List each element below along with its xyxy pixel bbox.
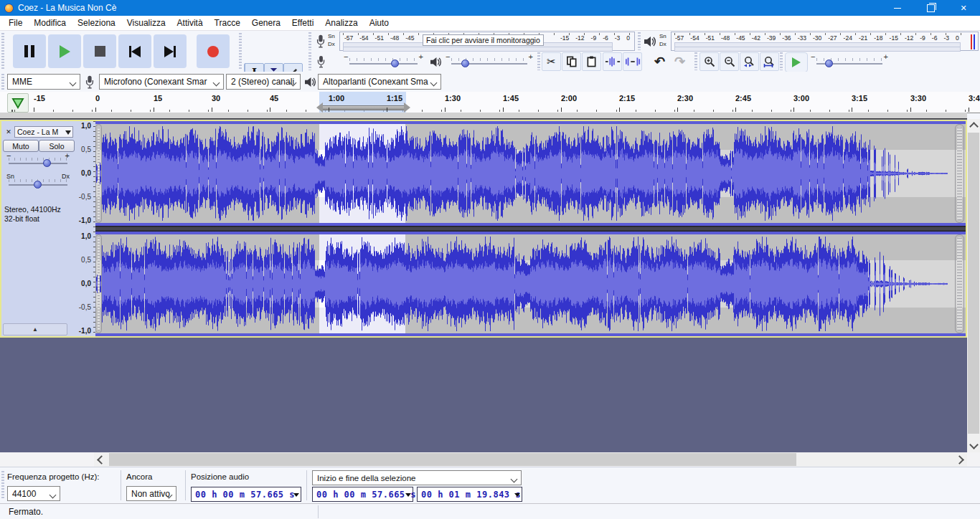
scroll-up-button[interactable]	[967, 119, 980, 132]
waveform-channel-right[interactable]	[95, 232, 966, 336]
scrub-strip[interactable]	[0, 113, 967, 119]
skip-to-end-button[interactable]	[154, 34, 187, 68]
channel-separator[interactable]	[95, 226, 966, 232]
record-button[interactable]	[197, 34, 230, 68]
scroll-down-button[interactable]	[967, 439, 980, 452]
menu-effetti[interactable]: Effetti	[286, 16, 319, 31]
zoom-selection-button[interactable]	[740, 52, 759, 71]
audio-host-value: MME	[12, 77, 32, 87]
menu-tracce[interactable]: Tracce	[209, 16, 246, 31]
waveform-channel-left[interactable]	[95, 121, 966, 226]
track-pan-slider[interactable]: Sn Dx	[3, 174, 73, 193]
scroll-right-button[interactable]	[954, 452, 967, 467]
menu-file[interactable]: File	[3, 16, 28, 31]
mixer-toolbar-grip[interactable]	[308, 52, 311, 70]
play-volume-thumb[interactable]	[461, 59, 469, 67]
trim-audio-button[interactable]	[603, 52, 622, 71]
snap-select[interactable]: Non attivo	[126, 486, 176, 501]
meter-scale-label: -54	[359, 34, 368, 42]
clip-right-handle[interactable]	[955, 234, 964, 333]
horizontal-scrollbar-thumb[interactable]	[109, 453, 796, 466]
track-name-menu[interactable]: Coez - La M	[14, 126, 73, 138]
track-area[interactable]: ✕ Coez - La M Muto Solo − + Sn Dx Stereo…	[0, 119, 980, 452]
stop-button[interactable]	[83, 34, 116, 68]
redo-button[interactable]: ↷	[670, 52, 689, 71]
zoom-in-button[interactable]	[699, 52, 719, 71]
record-volume-slider[interactable]: − +	[342, 52, 425, 70]
skip-to-start-button[interactable]	[118, 34, 151, 68]
solo-button[interactable]: Solo	[39, 140, 75, 152]
clip-right-handle[interactable]	[955, 124, 964, 223]
menu-modifica[interactable]: Modifica	[28, 16, 72, 31]
track-gain-slider[interactable]: − +	[3, 153, 73, 171]
record-meter-grip[interactable]	[308, 32, 311, 50]
transcription-toolbar-grip[interactable]	[780, 52, 783, 70]
record-meter-body[interactable]: -57-54-51-48-45 -15-12-9-6-30 Fai clic p…	[339, 32, 635, 51]
monitoring-tooltip[interactable]: Fai clic per avviare il monitoraggio	[423, 34, 544, 46]
timeline-ruler[interactable]: -1501530451:001:151:301:452:002:152:302:…	[0, 92, 980, 113]
minimize-button[interactable]	[881, 0, 914, 16]
play-volume-slider[interactable]: − +	[444, 52, 534, 70]
play-at-speed-button[interactable]	[785, 52, 808, 72]
vertical-scrollbar[interactable]	[967, 119, 980, 452]
tools-toolbar-grip[interactable]	[239, 33, 242, 70]
zoom-toolbar-grip[interactable]	[694, 52, 697, 70]
menu-aiuto[interactable]: Aiuto	[364, 16, 395, 31]
audio-host-select[interactable]: MME	[7, 74, 80, 90]
menu-visualizza[interactable]: Visualizza	[121, 16, 171, 31]
horizontal-scrollbar[interactable]	[94, 452, 967, 467]
output-device-select[interactable]: Altoparlanti (Conexant Sma	[318, 74, 441, 90]
audio-track[interactable]: ✕ Coez - La M Muto Solo − + Sn Dx Stereo…	[0, 120, 967, 338]
waveform-area[interactable]	[95, 121, 966, 336]
selection-toolbar-grip[interactable]	[1, 471, 4, 500]
project-rate-select[interactable]: 44100	[7, 486, 60, 501]
ruler-scale[interactable]: -1501530451:001:151:301:452:002:152:302:…	[0, 92, 980, 113]
pause-button[interactable]	[13, 34, 46, 68]
zoom-out-button[interactable]	[720, 52, 739, 71]
zoom-fit-button[interactable]	[760, 52, 779, 71]
selection-mode-select[interactable]: Inizio e fine della selezione	[312, 470, 522, 485]
track-close-button[interactable]: ✕	[4, 127, 14, 137]
edit-toolbar-grip[interactable]	[537, 52, 540, 70]
paste-button[interactable]	[582, 52, 601, 71]
slider-min-label: −	[446, 52, 450, 61]
play-speed-thumb[interactable]	[825, 59, 833, 67]
amplitude-label: -1,0	[79, 327, 91, 335]
play-meter-grip[interactable]	[638, 32, 641, 50]
mute-button[interactable]: Muto	[3, 140, 39, 152]
play-meter-body[interactable]: -57-54-51-48-45-42-39-36-33-30-27-24-21-…	[671, 32, 979, 51]
cut-button[interactable]: ✂	[542, 52, 561, 71]
scroll-left-button[interactable]	[94, 452, 107, 467]
track-collapse-button[interactable]: ▲	[3, 323, 67, 335]
close-button[interactable]: ✕	[947, 0, 980, 16]
selection-start-field[interactable]: 00 h 00 m 57.665 s	[312, 487, 413, 502]
undo-button[interactable]: ↶	[650, 52, 669, 71]
copy-button[interactable]	[562, 52, 581, 71]
input-device-select[interactable]: Microfono (Conexant Smar	[99, 74, 224, 90]
record-volume-thumb[interactable]	[391, 59, 399, 67]
vertical-scale[interactable]: 1,00,50,0-0,5-1,0 1,00,50,0-0,5-1,0	[75, 121, 95, 336]
vertical-scrollbar-thumb[interactable]	[968, 133, 979, 434]
playback-meter[interactable]: Sn Dx -57-54-51-48-45-42-39-36-33-30-27-…	[642, 32, 979, 51]
menu-analizza[interactable]: Analizza	[319, 16, 363, 31]
clip-left-handle[interactable]	[95, 124, 102, 223]
audio-position-field[interactable]: 00 h 00 m 57.665 s	[191, 487, 301, 502]
track-pan-thumb[interactable]	[34, 181, 42, 189]
silence-audio-button[interactable]	[623, 52, 642, 71]
clip-left-handle[interactable]	[95, 234, 102, 333]
track-gain-thumb[interactable]	[43, 159, 51, 167]
meter-scale-label: -6	[932, 34, 938, 42]
play-speed-slider[interactable]: − +	[809, 52, 890, 70]
timeline-selection-arrow[interactable]	[322, 105, 405, 110]
menu-attività[interactable]: Attività	[171, 16, 209, 31]
menu-genera[interactable]: Genera	[246, 16, 286, 31]
selection-end-field[interactable]: 00 h 01 m 19.843 s	[417, 487, 522, 502]
input-channels-select[interactable]: 2 (Stereo) canali	[226, 74, 301, 90]
recording-meter[interactable]: Sn Dx -57-54-51-48-45 -15-12-9-6-30 Fai …	[314, 32, 636, 51]
timeline-label: 3:00	[793, 94, 809, 103]
restore-button[interactable]	[914, 0, 947, 16]
menu-seleziona[interactable]: Seleziona	[72, 16, 121, 31]
play-button[interactable]	[48, 34, 81, 68]
transport-toolbar-grip[interactable]	[1, 33, 4, 70]
device-toolbar-grip[interactable]	[1, 74, 4, 90]
